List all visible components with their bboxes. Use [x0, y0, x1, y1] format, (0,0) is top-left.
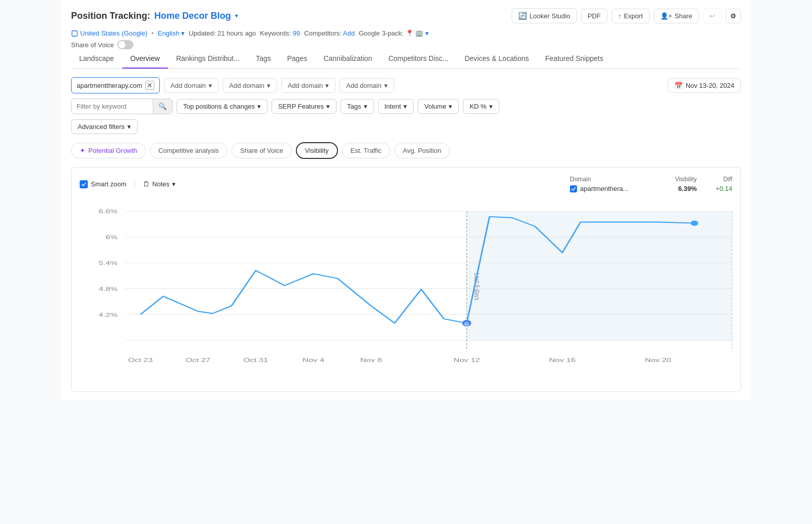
- keywords-count[interactable]: 99: [293, 29, 300, 37]
- project-chevron-icon[interactable]: ▾: [235, 12, 238, 19]
- g3pack-chevron-icon[interactable]: ▾: [425, 29, 429, 37]
- tab-landscape[interactable]: Landscape: [71, 49, 122, 69]
- sub-header: United States (Google) • English ▾ Updat…: [71, 29, 741, 37]
- add-domain-btn-4[interactable]: Add domain ▾: [340, 78, 394, 93]
- header: Position Tracking: Home Decor Blog ▾ 🔄 L…: [71, 8, 741, 23]
- keyword-search-button[interactable]: 🔍: [153, 99, 172, 114]
- shaded-region: [467, 211, 732, 340]
- diff-column-header: Diff: [702, 176, 732, 185]
- notes-button[interactable]: 🗒 Notes ▾: [143, 180, 176, 188]
- main-nav-tabs: Landscape Overview Rankings Distribut...…: [71, 49, 741, 69]
- intent-chevron: ▾: [403, 103, 407, 110]
- add-domain-btn-1[interactable]: Add domain ▾: [164, 78, 218, 93]
- legend-domain: apartmenthera...: [570, 185, 651, 192]
- top-positions-chevron: ▾: [257, 103, 261, 110]
- date-range-button[interactable]: 📅 Nov 13-20, 2024: [668, 78, 741, 93]
- domain-column-header: Domain: [570, 176, 651, 185]
- pdf-button[interactable]: PDF: [581, 9, 607, 23]
- add-domain-btn-3[interactable]: Add domain ▾: [281, 78, 335, 93]
- svg-text:Oct 23: Oct 23: [128, 356, 153, 363]
- svg-text:6%: 6%: [106, 234, 118, 241]
- seg-tab-avg-position[interactable]: Avg. Position: [394, 143, 450, 158]
- search-icon: 🔍: [158, 103, 167, 110]
- notes-chevron-icon: ▾: [172, 180, 176, 188]
- svg-rect-0: [72, 30, 78, 36]
- chart-controls: Smart zoom 🗒 Notes ▾: [80, 179, 176, 189]
- sov-row: Share of Voice: [71, 40, 741, 49]
- looker-studio-button[interactable]: 🔄 Looker Studio: [512, 8, 577, 23]
- tab-overview[interactable]: Overview: [122, 49, 168, 69]
- undo-button[interactable]: ↩: [703, 9, 722, 23]
- updated-time: Updated: 21 hours ago: [189, 29, 256, 37]
- smart-zoom-checkbox[interactable]: [80, 180, 88, 188]
- advanced-filters-chevron: ▾: [127, 123, 131, 130]
- tab-devices[interactable]: Devices & Locations: [456, 49, 537, 69]
- share-button[interactable]: 👤+ Share: [654, 9, 699, 23]
- intent-filter[interactable]: Intent ▾: [378, 99, 414, 114]
- domain-chip-text: apartmenttherapy.com: [77, 82, 142, 89]
- language-selector[interactable]: English ▾: [158, 29, 185, 37]
- visibility-value: 6.39%: [656, 185, 697, 192]
- calendar-icon: 📅: [674, 82, 683, 89]
- seg-tab-potential-growth[interactable]: ✦ Potential Growth: [71, 143, 146, 158]
- location-selector[interactable]: United States (Google): [71, 29, 147, 37]
- svg-text:4.8%: 4.8%: [98, 285, 118, 292]
- seg-tab-competitive-analysis[interactable]: Competitive analysis: [150, 143, 227, 158]
- visibility-column-header: Visibility: [656, 176, 697, 185]
- filter-bar: apartmenttherapy.com ✕ Add domain ▾ Add …: [71, 77, 741, 93]
- advanced-filters-button[interactable]: Advanced filters ▾: [71, 119, 138, 134]
- sov-toggle[interactable]: [117, 40, 133, 49]
- segment-tabs: ✦ Potential Growth Competitive analysis …: [71, 142, 741, 159]
- keyword-search-input[interactable]: [72, 100, 153, 113]
- serp-features-filter[interactable]: SERP Features ▾: [272, 99, 336, 114]
- filter-row2: 🔍 Top positions & changes ▾ SERP Feature…: [71, 99, 741, 114]
- location-pin-icon: 📍: [405, 29, 414, 37]
- smart-zoom-control: Smart zoom: [80, 180, 126, 188]
- project-name[interactable]: Home Decor Blog: [154, 11, 231, 21]
- chart-legend-table: Domain Visibility Diff apartmenthera... …: [570, 176, 732, 192]
- domain-chip-close[interactable]: ✕: [145, 81, 154, 90]
- volume-filter[interactable]: Volume ▾: [418, 99, 459, 114]
- header-actions: 🔄 Looker Studio PDF ↑ Export 👤+ Share ↩ …: [512, 8, 741, 23]
- competitors-meta: Competitors: Add: [304, 29, 355, 37]
- star-icon: ✦: [80, 147, 85, 154]
- toggle-knob: [118, 41, 125, 48]
- export-button[interactable]: ↑ Export: [612, 9, 650, 23]
- chart-area: 6.6% 6% 5.4% 4.8% 4.2% Last 8 days: [80, 201, 732, 383]
- keywords-meta: Keywords: 99: [260, 29, 300, 37]
- svg-text:Nov 12: Nov 12: [454, 356, 480, 363]
- serp-features-chevron: ▾: [326, 103, 330, 110]
- tab-rankings[interactable]: Rankings Distribut...: [168, 49, 248, 69]
- tags-filter[interactable]: Tags ▾: [341, 99, 374, 114]
- tab-featured[interactable]: Featured Snippets: [537, 49, 611, 69]
- tags-chevron: ▾: [364, 103, 367, 110]
- chart-card: Smart zoom 🗒 Notes ▾ Domain Visibility D…: [71, 167, 741, 392]
- google3pack-meta: Google 3-pack: 📍 🏢 ▾: [359, 29, 429, 37]
- tab-tags[interactable]: Tags: [248, 49, 279, 69]
- separator: •: [151, 29, 154, 37]
- competitors-add-link[interactable]: Add: [343, 29, 355, 37]
- legend-checkbox[interactable]: [570, 185, 577, 192]
- tab-pages[interactable]: Pages: [279, 49, 316, 69]
- svg-text:Nov 20: Nov 20: [645, 356, 671, 363]
- top-positions-filter[interactable]: Top positions & changes ▾: [177, 99, 267, 114]
- tab-competitors[interactable]: Competitors Disc...: [380, 49, 456, 69]
- page-container: Position Tracking: Home Decor Blog ▾ 🔄 L…: [61, 0, 751, 400]
- add-domain-chevron-4: ▾: [384, 82, 388, 89]
- seg-tab-est-traffic[interactable]: Est. Traffic: [342, 143, 390, 158]
- notes-icon: 🗒: [143, 180, 150, 188]
- kd-filter[interactable]: KD % ▾: [463, 99, 499, 114]
- settings-button[interactable]: ⚙: [726, 9, 741, 23]
- seg-tab-share-of-voice[interactable]: Share of Voice: [231, 143, 292, 158]
- advanced-filters-row: Advanced filters ▾: [71, 119, 741, 134]
- chart-header: Smart zoom 🗒 Notes ▾ Domain Visibility D…: [80, 176, 732, 192]
- svg-text:Nov 4: Nov 4: [302, 356, 324, 363]
- add-domain-btn-2[interactable]: Add domain ▾: [223, 78, 277, 93]
- add-domain-chevron-3: ▾: [325, 82, 329, 89]
- tab-cannibalization[interactable]: Cannibalization: [315, 49, 380, 69]
- seg-tab-visibility[interactable]: Visibility: [296, 142, 338, 159]
- kd-chevron: ▾: [489, 103, 493, 110]
- svg-text:6.6%: 6.6%: [98, 208, 118, 215]
- tablet-icon: [71, 30, 78, 37]
- svg-text:5.4%: 5.4%: [98, 259, 118, 266]
